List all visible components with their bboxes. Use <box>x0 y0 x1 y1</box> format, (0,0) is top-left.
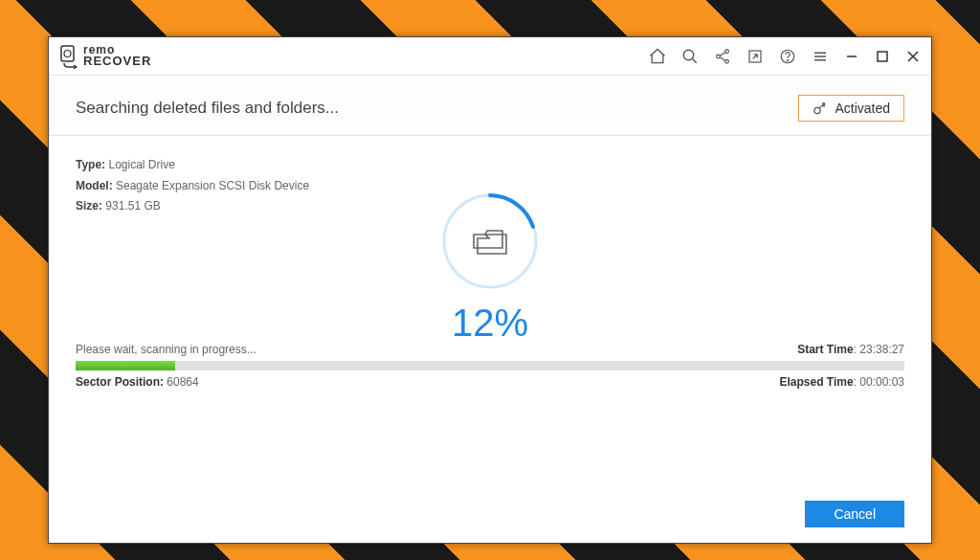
type-label: Type: <box>76 158 105 171</box>
app-window: remo RECOVER <box>48 36 932 544</box>
progress-percent: 12% <box>437 302 543 345</box>
help-icon[interactable] <box>778 47 797 66</box>
maximize-button[interactable] <box>874 48 891 65</box>
sector-row: Sector Position: 60864 Elapsed Time: 00:… <box>76 375 904 389</box>
type-value: Logical Drive <box>108 158 174 171</box>
sector-value: 60864 <box>164 375 199 389</box>
scan-status-row: Please wait, scanning in progress... Sta… <box>76 343 904 356</box>
close-button[interactable] <box>904 48 922 65</box>
svg-point-8 <box>788 59 789 60</box>
svg-rect-9 <box>878 52 887 61</box>
export-icon[interactable] <box>746 47 765 66</box>
elapsed-value: : 00:00:03 <box>854 375 904 389</box>
size-label: Size: <box>76 199 102 213</box>
content-area: Type: Logical Drive Model: Seagate Expan… <box>49 136 931 485</box>
key-icon <box>813 101 827 116</box>
titlebar-actions <box>648 47 830 66</box>
titlebar: remo RECOVER <box>49 37 931 76</box>
model-label: Model: <box>76 179 113 192</box>
svg-rect-0 <box>61 46 74 61</box>
progress-bar <box>76 361 904 370</box>
search-icon[interactable] <box>680 47 700 66</box>
footer: Cancel <box>49 485 931 543</box>
start-time-value: : 23:38:27 <box>854 343 904 356</box>
sector-label: Sector Position: <box>76 375 164 389</box>
logo-text-bot: RECOVER <box>83 56 151 67</box>
page-title: Searching deleted files and folders... <box>76 99 339 118</box>
window-controls <box>843 48 922 65</box>
model-value: Seagate Expansion SCSI Disk Device <box>116 179 309 192</box>
activated-label: Activated <box>835 101 890 116</box>
activated-badge[interactable]: Activated <box>798 95 904 122</box>
menu-icon[interactable] <box>811 47 830 66</box>
size-value: 931.51 GB <box>105 199 160 213</box>
wait-text: Please wait, scanning in progress... <box>76 343 256 356</box>
spinner-icon <box>437 189 543 294</box>
cancel-button[interactable]: Cancel <box>805 501 904 527</box>
svg-point-2 <box>683 50 694 60</box>
share-icon[interactable] <box>713 47 732 66</box>
folder-icon <box>474 231 506 254</box>
start-time-label: Start Time <box>797 343 853 356</box>
svg-point-1 <box>64 50 71 56</box>
home-icon[interactable] <box>648 47 667 66</box>
logo-icon <box>58 44 79 69</box>
progress-fill <box>76 361 175 370</box>
app-logo: remo RECOVER <box>58 44 151 69</box>
progress-spinner: 12% <box>437 189 543 345</box>
svg-point-10 <box>814 107 820 113</box>
elapsed-label: Elapsed Time <box>779 375 853 389</box>
minimize-button[interactable] <box>843 48 860 65</box>
subheader: Searching deleted files and folders... A… <box>49 76 931 136</box>
